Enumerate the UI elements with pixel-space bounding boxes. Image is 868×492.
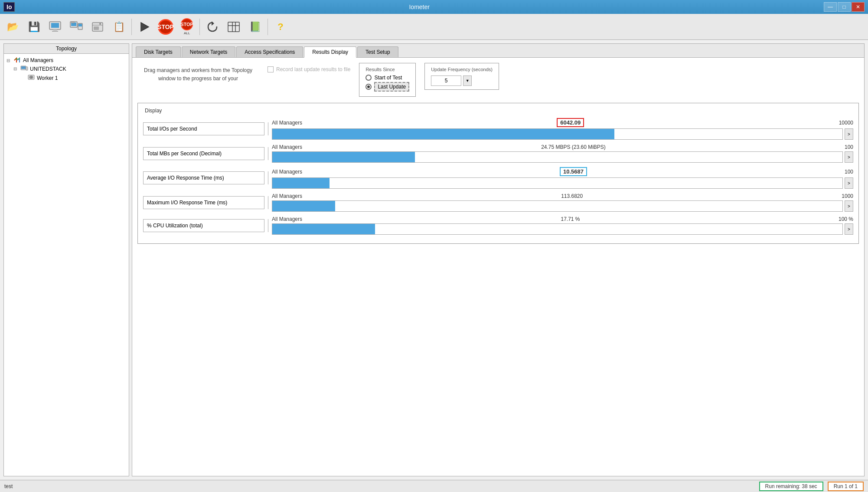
tab-test-setup[interactable]: Test Setup — [357, 46, 398, 57]
svg-rect-2 — [53, 30, 57, 31]
metric-manager-total-ios: All Managers — [272, 120, 302, 126]
main-content: Topology ⊟ All Managers ⊟ — [0, 40, 868, 480]
save-button[interactable]: 💾 — [24, 17, 44, 37]
bar-fill-max-io-response — [272, 201, 335, 211]
bar-arrow-total-mbs[interactable]: > — [845, 151, 853, 163]
metric-max-cpu-util: 100 % — [839, 216, 853, 222]
svg-rect-12 — [94, 26, 99, 30]
svg-rect-8 — [78, 24, 82, 26]
book-button[interactable]: 📗 — [245, 17, 265, 37]
new-disk-button[interactable] — [88, 17, 108, 37]
metric-header-avg-io-response: All Managers 10.5687 100 — [272, 167, 853, 176]
window-title: Iometer — [15, 3, 824, 10]
bar-arrow-avg-io-response[interactable]: > — [845, 177, 853, 189]
bar-fill-avg-io-response — [272, 178, 330, 188]
metric-value-max-io-response: 113.6820 — [561, 193, 583, 199]
tree-item-unitedstack[interactable]: ⊟ UNITEDSTACK — [13, 64, 126, 73]
bar-container-max-io-response: > — [272, 200, 853, 212]
tree-expand-icon: ⊟ — [7, 58, 12, 63]
display-section-title: Display — [143, 108, 163, 114]
bar-container-cpu-util: > — [272, 223, 853, 235]
stop-icon: STOP — [158, 19, 173, 35]
toolbar: 📂 💾 📋 STOP — [0, 14, 868, 40]
metric-bar-area-total-ios: All Managers 6042.09 10000 > — [272, 118, 853, 140]
tab-results-display[interactable]: Results Display — [304, 46, 356, 58]
bar-arrow-max-io-response[interactable]: > — [845, 200, 853, 212]
metric-label-max-io-response: Maximum I/O Response Time (ms) — [143, 196, 264, 209]
bar-track-cpu-util — [272, 223, 843, 235]
worker1-label: Worker 1 — [37, 75, 58, 81]
radio-last-label: Last Update — [374, 82, 409, 92]
metric-row-total-ios: Total I/Os per Second All Managers 6042.… — [143, 118, 853, 140]
all-managers-icon — [13, 57, 21, 63]
radio-start-of-test[interactable]: Start of Test — [365, 75, 409, 81]
right-panel: Disk Targets Network Targets Access Spec… — [132, 43, 865, 476]
stop-all-button[interactable]: STOP ALL — [177, 17, 197, 37]
tree-item-all-managers[interactable]: ⊟ All Managers — [7, 56, 126, 64]
radio-last-update[interactable]: Last Update — [365, 82, 409, 92]
svg-point-11 — [99, 23, 101, 25]
bar-container-total-ios: > — [272, 128, 853, 140]
unitedstack-icon — [20, 65, 28, 72]
metric-row-max-io-response: Maximum I/O Response Time (ms) All Manag… — [143, 193, 853, 212]
bar-track-total-ios — [272, 128, 843, 140]
radio-start-icon — [365, 75, 372, 81]
radio-start-label: Start of Test — [374, 75, 402, 81]
tab-bar: Disk Targets Network Targets Access Spec… — [132, 44, 864, 58]
stop-button[interactable]: STOP — [156, 17, 176, 37]
record-checkbox-box[interactable] — [268, 66, 274, 72]
status-bar: test Run remaining: 38 sec Run 1 of 1 — [0, 480, 868, 492]
metric-sep — [268, 196, 268, 209]
tab-content-results: Drag managers and workers from the Topol… — [132, 58, 864, 476]
tab-disk-targets[interactable]: Disk Targets — [136, 46, 181, 57]
metric-sep — [268, 219, 268, 232]
run-remaining-badge: Run remaining: 38 sec — [759, 482, 823, 491]
help-button[interactable]: ? — [271, 17, 290, 37]
new-manager-button[interactable] — [66, 17, 86, 37]
stop-all-icon: STOP ALL — [181, 18, 193, 35]
record-section: Record last update results to file — [268, 63, 350, 72]
metric-max-total-ios: 10000 — [839, 120, 853, 126]
bar-track-total-mbs — [272, 151, 843, 163]
record-checkbox[interactable]: Record last update results to file — [268, 66, 350, 72]
metric-manager-max-io-response: All Managers — [272, 193, 302, 199]
copy-button[interactable]: 📋 — [109, 17, 129, 37]
bar-arrow-total-ios[interactable]: > — [845, 128, 853, 140]
tree-item-worker1[interactable]: Worker 1 — [20, 73, 126, 82]
close-button[interactable]: ✕ — [852, 2, 865, 12]
title-bar: Io Iometer — □ ✕ — [0, 0, 868, 14]
metrics-container: Total I/Os per Second All Managers 6042.… — [143, 118, 853, 235]
maximize-button[interactable]: □ — [838, 2, 851, 12]
topology-header: Topology — [4, 44, 129, 54]
metric-max-total-mbs: 100 — [845, 144, 853, 150]
metric-header-total-ios: All Managers 6042.09 10000 — [272, 118, 853, 127]
freq-select: ▼ — [431, 75, 493, 86]
toolbar-separator — [131, 19, 132, 35]
app-logo: Io — [3, 2, 15, 12]
tab-network-targets[interactable]: Network Targets — [182, 46, 235, 57]
bar-fill-total-mbs — [272, 152, 415, 162]
metric-sep — [268, 122, 268, 135]
metric-header-cpu-util: All Managers 17.71 % 100 % — [272, 216, 853, 222]
new-worker-button[interactable] — [45, 17, 65, 37]
metric-label-cpu-util: % CPU Utilization (total) — [143, 219, 264, 232]
reset-button[interactable] — [202, 17, 222, 37]
bar-fill-cpu-util — [272, 224, 375, 234]
metric-max-max-io-response: 1000 — [842, 193, 853, 199]
table-button[interactable] — [224, 17, 244, 37]
svg-rect-6 — [72, 22, 74, 23]
svg-marker-14 — [212, 21, 214, 26]
freq-arrow-down[interactable]: ▼ — [463, 75, 472, 86]
bar-track-max-io-response — [272, 200, 843, 212]
tab-access-specs[interactable]: Access Specifications — [236, 46, 303, 57]
metric-value-avg-io-response: 10.5687 — [560, 167, 587, 176]
svg-rect-3 — [52, 31, 58, 32]
start-button[interactable] — [134, 17, 154, 37]
metric-row-cpu-util: % CPU Utilization (total) All Managers 1… — [143, 216, 853, 235]
minimize-button[interactable]: — — [824, 2, 837, 12]
toolbar-separator3 — [268, 19, 268, 35]
freq-input[interactable] — [431, 75, 461, 86]
bar-arrow-cpu-util[interactable]: > — [845, 223, 853, 235]
metric-manager-cpu-util: All Managers — [272, 216, 302, 222]
open-button[interactable]: 📂 — [3, 17, 23, 37]
